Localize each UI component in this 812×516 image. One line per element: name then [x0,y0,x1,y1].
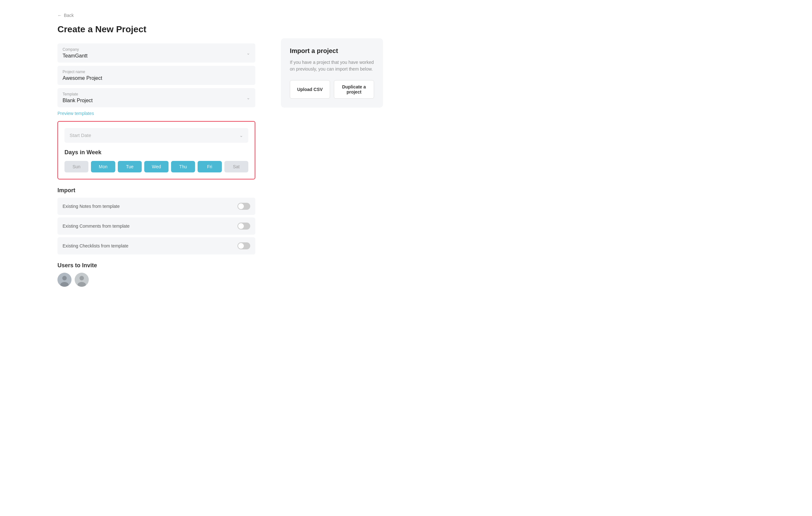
days-in-week-label: Days in Week [64,149,248,156]
back-link[interactable]: ← Back [57,13,255,18]
project-name-label: Project name [63,69,250,74]
template-value: Blank Project [63,98,92,103]
company-field[interactable]: Company TeamGantt ⌄ [57,44,255,63]
company-value: TeamGantt [63,53,87,58]
template-label: Template [63,92,250,96]
page-title: Create a New Project [57,24,255,34]
start-date-placeholder: Start Date [69,133,91,138]
preview-templates-link[interactable]: Preview templates [57,111,94,116]
back-label: Back [64,13,74,18]
toggle-label-0: Existing Notes from template [63,204,120,209]
project-name-value: Awesome Project [63,75,102,81]
day-button-sat[interactable]: Sat [224,161,248,172]
toggle-2[interactable] [237,242,250,249]
toggle-0[interactable] [237,203,250,210]
toggle-rows: Existing Notes from templateExisting Com… [57,198,255,255]
import-card: Import a project If you have a project t… [281,38,383,108]
import-card-title: Import a project [290,47,374,55]
toggle-row-1: Existing Comments from template [57,218,255,235]
users-section: Users to Invite [57,262,255,287]
toggle-row-0: Existing Notes from template [57,198,255,215]
days-row: SunMonTueWedThuFriSat [64,161,248,172]
upload-csv-button[interactable]: Upload CSV [290,80,330,99]
start-date-field[interactable]: Start Date ⌄ [64,128,248,143]
day-button-sun[interactable]: Sun [64,161,88,172]
template-field[interactable]: Template Blank Project ⌄ [57,88,255,107]
day-button-fri[interactable]: Fri [198,161,222,172]
days-in-week-section: Days in Week SunMonTueWedThuFriSat [64,149,248,172]
start-date-chevron-icon: ⌄ [239,133,243,138]
avatar[interactable] [75,273,89,287]
company-chevron-icon: ⌄ [246,51,250,56]
import-section: Import Existing Notes from templateExist… [57,187,255,255]
company-label: Company [63,47,250,52]
avatar[interactable] [57,273,71,287]
import-section-label: Import [57,187,255,194]
day-button-tue[interactable]: Tue [118,161,142,172]
avatar-row [57,273,255,287]
import-buttons: Upload CSV Duplicate a project [290,80,374,99]
day-button-mon[interactable]: Mon [91,161,115,172]
svg-point-4 [80,276,84,280]
day-button-thu[interactable]: Thu [171,161,195,172]
right-panel: Import a project If you have a project t… [281,38,383,287]
day-button-wed[interactable]: Wed [144,161,168,172]
toggle-row-2: Existing Checklists from template [57,237,255,255]
svg-point-1 [62,276,67,280]
project-name-field[interactable]: Project name Awesome Project [57,66,255,85]
toggle-1[interactable] [237,223,250,230]
start-date-days-section: Start Date ⌄ Days in Week SunMonTueWedTh… [57,121,255,179]
users-label: Users to Invite [57,262,255,269]
back-arrow: ← [57,13,62,18]
toggle-label-1: Existing Comments from template [63,224,129,229]
template-chevron-icon: ⌄ [246,95,250,100]
toggle-label-2: Existing Checklists from template [63,243,128,249]
import-card-desc: If you have a project that you have work… [290,59,374,73]
duplicate-project-button[interactable]: Duplicate a project [334,80,374,99]
